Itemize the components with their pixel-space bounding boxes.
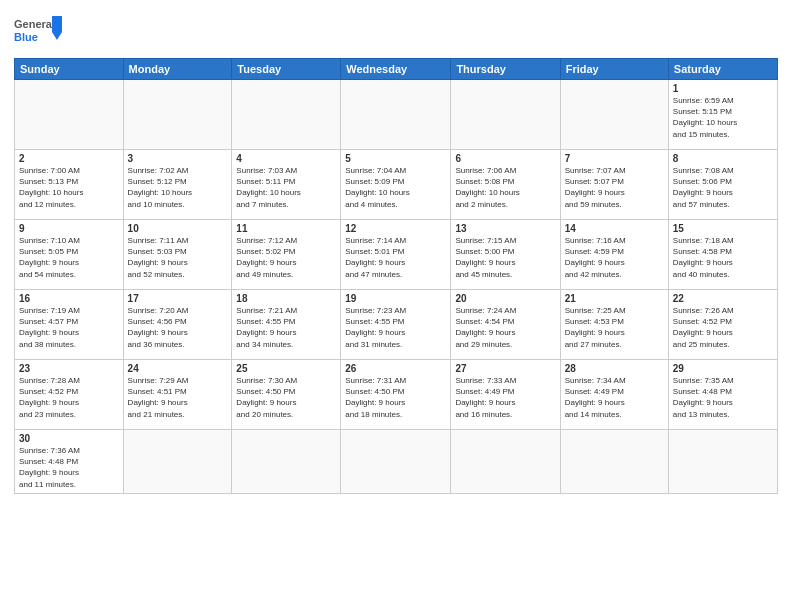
- calendar-cell: 22Sunrise: 7:26 AM Sunset: 4:52 PM Dayli…: [668, 290, 777, 360]
- day-number: 7: [565, 153, 664, 164]
- logo-svg: General Blue: [14, 14, 64, 52]
- calendar-cell: 3Sunrise: 7:02 AM Sunset: 5:12 PM Daylig…: [123, 150, 232, 220]
- calendar-cell: 20Sunrise: 7:24 AM Sunset: 4:54 PM Dayli…: [451, 290, 560, 360]
- day-info: Sunrise: 7:26 AM Sunset: 4:52 PM Dayligh…: [673, 305, 773, 350]
- day-number: 5: [345, 153, 446, 164]
- svg-marker-2: [52, 16, 62, 32]
- day-number: 16: [19, 293, 119, 304]
- calendar-cell: 26Sunrise: 7:31 AM Sunset: 4:50 PM Dayli…: [341, 360, 451, 430]
- calendar-cell: [451, 80, 560, 150]
- day-number: 25: [236, 363, 336, 374]
- day-number: 1: [673, 83, 773, 94]
- weekday-header: Friday: [560, 59, 668, 80]
- calendar-cell: [123, 80, 232, 150]
- day-info: Sunrise: 7:15 AM Sunset: 5:00 PM Dayligh…: [455, 235, 555, 280]
- calendar-cell: 18Sunrise: 7:21 AM Sunset: 4:55 PM Dayli…: [232, 290, 341, 360]
- day-info: Sunrise: 7:07 AM Sunset: 5:07 PM Dayligh…: [565, 165, 664, 210]
- calendar-cell: 12Sunrise: 7:14 AM Sunset: 5:01 PM Dayli…: [341, 220, 451, 290]
- calendar-week-row: 23Sunrise: 7:28 AM Sunset: 4:52 PM Dayli…: [15, 360, 778, 430]
- day-number: 27: [455, 363, 555, 374]
- logo: General Blue: [14, 14, 64, 52]
- day-info: Sunrise: 7:08 AM Sunset: 5:06 PM Dayligh…: [673, 165, 773, 210]
- header: General Blue: [14, 10, 778, 52]
- day-number: 12: [345, 223, 446, 234]
- page: General Blue SundayMondayTuesdayWednesda…: [0, 0, 792, 612]
- day-info: Sunrise: 7:21 AM Sunset: 4:55 PM Dayligh…: [236, 305, 336, 350]
- day-info: Sunrise: 7:00 AM Sunset: 5:13 PM Dayligh…: [19, 165, 119, 210]
- calendar-cell: [560, 80, 668, 150]
- calendar-cell: 11Sunrise: 7:12 AM Sunset: 5:02 PM Dayli…: [232, 220, 341, 290]
- calendar-cell: 13Sunrise: 7:15 AM Sunset: 5:00 PM Dayli…: [451, 220, 560, 290]
- day-number: 3: [128, 153, 228, 164]
- calendar-cell: 25Sunrise: 7:30 AM Sunset: 4:50 PM Dayli…: [232, 360, 341, 430]
- day-number: 18: [236, 293, 336, 304]
- day-number: 15: [673, 223, 773, 234]
- day-info: Sunrise: 7:28 AM Sunset: 4:52 PM Dayligh…: [19, 375, 119, 420]
- calendar-week-row: 9Sunrise: 7:10 AM Sunset: 5:05 PM Daylig…: [15, 220, 778, 290]
- weekday-header: Monday: [123, 59, 232, 80]
- day-info: Sunrise: 7:30 AM Sunset: 4:50 PM Dayligh…: [236, 375, 336, 420]
- day-number: 6: [455, 153, 555, 164]
- calendar-cell: 9Sunrise: 7:10 AM Sunset: 5:05 PM Daylig…: [15, 220, 124, 290]
- day-info: Sunrise: 7:29 AM Sunset: 4:51 PM Dayligh…: [128, 375, 228, 420]
- day-number: 4: [236, 153, 336, 164]
- calendar-cell: [668, 430, 777, 494]
- calendar-cell: [123, 430, 232, 494]
- day-info: Sunrise: 7:14 AM Sunset: 5:01 PM Dayligh…: [345, 235, 446, 280]
- day-number: 20: [455, 293, 555, 304]
- svg-marker-3: [52, 32, 62, 40]
- calendar-cell: 14Sunrise: 7:16 AM Sunset: 4:59 PM Dayli…: [560, 220, 668, 290]
- weekday-header-row: SundayMondayTuesdayWednesdayThursdayFrid…: [15, 59, 778, 80]
- day-number: 17: [128, 293, 228, 304]
- calendar-cell: 23Sunrise: 7:28 AM Sunset: 4:52 PM Dayli…: [15, 360, 124, 430]
- day-number: 30: [19, 433, 119, 444]
- day-number: 10: [128, 223, 228, 234]
- calendar-cell: [560, 430, 668, 494]
- calendar-cell: 16Sunrise: 7:19 AM Sunset: 4:57 PM Dayli…: [15, 290, 124, 360]
- calendar-cell: 28Sunrise: 7:34 AM Sunset: 4:49 PM Dayli…: [560, 360, 668, 430]
- day-number: 22: [673, 293, 773, 304]
- calendar-cell: 5Sunrise: 7:04 AM Sunset: 5:09 PM Daylig…: [341, 150, 451, 220]
- day-info: Sunrise: 7:31 AM Sunset: 4:50 PM Dayligh…: [345, 375, 446, 420]
- day-number: 13: [455, 223, 555, 234]
- day-number: 23: [19, 363, 119, 374]
- calendar-week-row: 30Sunrise: 7:36 AM Sunset: 4:48 PM Dayli…: [15, 430, 778, 494]
- calendar-cell: 29Sunrise: 7:35 AM Sunset: 4:48 PM Dayli…: [668, 360, 777, 430]
- calendar-cell: [341, 430, 451, 494]
- calendar-cell: [232, 430, 341, 494]
- day-info: Sunrise: 7:06 AM Sunset: 5:08 PM Dayligh…: [455, 165, 555, 210]
- day-info: Sunrise: 7:36 AM Sunset: 4:48 PM Dayligh…: [19, 445, 119, 490]
- svg-text:General: General: [14, 18, 55, 30]
- calendar-week-row: 16Sunrise: 7:19 AM Sunset: 4:57 PM Dayli…: [15, 290, 778, 360]
- day-info: Sunrise: 7:11 AM Sunset: 5:03 PM Dayligh…: [128, 235, 228, 280]
- day-number: 21: [565, 293, 664, 304]
- day-info: Sunrise: 7:02 AM Sunset: 5:12 PM Dayligh…: [128, 165, 228, 210]
- calendar-cell: 1Sunrise: 6:59 AM Sunset: 5:15 PM Daylig…: [668, 80, 777, 150]
- day-number: 19: [345, 293, 446, 304]
- day-number: 2: [19, 153, 119, 164]
- calendar-cell: 6Sunrise: 7:06 AM Sunset: 5:08 PM Daylig…: [451, 150, 560, 220]
- day-number: 8: [673, 153, 773, 164]
- day-info: Sunrise: 7:18 AM Sunset: 4:58 PM Dayligh…: [673, 235, 773, 280]
- day-number: 26: [345, 363, 446, 374]
- day-number: 28: [565, 363, 664, 374]
- svg-text:Blue: Blue: [14, 31, 38, 43]
- calendar-cell: [451, 430, 560, 494]
- day-info: Sunrise: 7:33 AM Sunset: 4:49 PM Dayligh…: [455, 375, 555, 420]
- weekday-header: Thursday: [451, 59, 560, 80]
- weekday-header: Saturday: [668, 59, 777, 80]
- calendar-cell: [341, 80, 451, 150]
- day-info: Sunrise: 7:24 AM Sunset: 4:54 PM Dayligh…: [455, 305, 555, 350]
- weekday-header: Tuesday: [232, 59, 341, 80]
- day-number: 29: [673, 363, 773, 374]
- calendar-cell: 4Sunrise: 7:03 AM Sunset: 5:11 PM Daylig…: [232, 150, 341, 220]
- calendar-cell: 19Sunrise: 7:23 AM Sunset: 4:55 PM Dayli…: [341, 290, 451, 360]
- calendar-cell: 2Sunrise: 7:00 AM Sunset: 5:13 PM Daylig…: [15, 150, 124, 220]
- calendar-week-row: 1Sunrise: 6:59 AM Sunset: 5:15 PM Daylig…: [15, 80, 778, 150]
- calendar-week-row: 2Sunrise: 7:00 AM Sunset: 5:13 PM Daylig…: [15, 150, 778, 220]
- calendar-cell: 27Sunrise: 7:33 AM Sunset: 4:49 PM Dayli…: [451, 360, 560, 430]
- calendar-cell: 24Sunrise: 7:29 AM Sunset: 4:51 PM Dayli…: [123, 360, 232, 430]
- day-info: Sunrise: 7:20 AM Sunset: 4:56 PM Dayligh…: [128, 305, 228, 350]
- calendar-cell: 7Sunrise: 7:07 AM Sunset: 5:07 PM Daylig…: [560, 150, 668, 220]
- day-info: Sunrise: 7:03 AM Sunset: 5:11 PM Dayligh…: [236, 165, 336, 210]
